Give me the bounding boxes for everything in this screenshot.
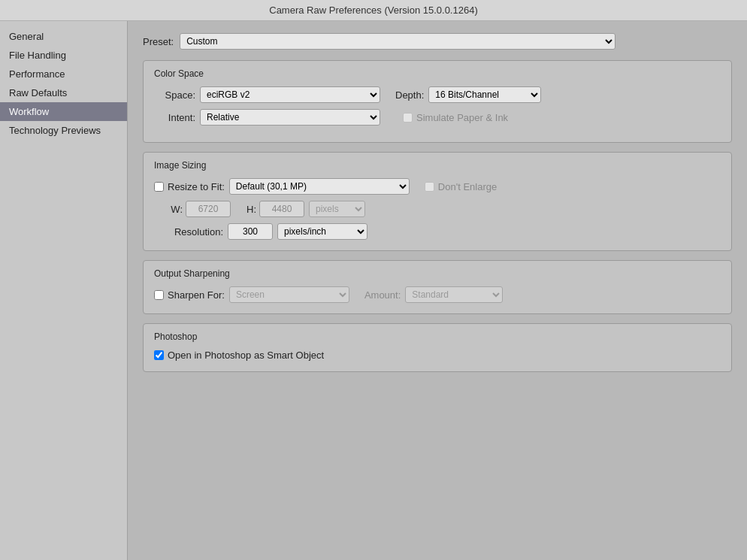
dont-enlarge-text: Don't Enlarge — [438, 181, 497, 192]
color-space-section: Color Space Space: eciRGB v2 Depth: 16 B… — [143, 60, 732, 143]
resize-fit-select[interactable]: Default (30,1 MP) — [229, 178, 410, 195]
space-depth-row: Space: eciRGB v2 Depth: 16 Bits/Channel — [154, 86, 721, 103]
simulate-label[interactable]: Simulate Paper & Ink — [403, 112, 508, 123]
w-label: W: — [165, 204, 183, 215]
image-sizing-section: Image Sizing Resize to Fit: Default (30,… — [143, 152, 732, 251]
h-label: H: — [238, 204, 256, 215]
smart-object-checkbox[interactable] — [154, 350, 164, 360]
simulate-text: Simulate Paper & Ink — [416, 112, 508, 123]
output-sharpening-title: Output Sharpening — [154, 268, 721, 279]
h-input[interactable] — [259, 201, 304, 217]
resolution-row: Resolution: pixels/inch — [154, 223, 721, 240]
amount-label: Amount: — [364, 289, 401, 301]
wh-row: W: H: pixels — [154, 201, 721, 217]
sidebar-item-general[interactable]: General — [0, 27, 127, 46]
w-input[interactable] — [186, 201, 231, 217]
space-label: Space: — [154, 89, 195, 101]
sidebar: General File Handling Performance Raw De… — [0, 21, 128, 560]
sharpen-checkbox[interactable] — [154, 290, 164, 300]
sidebar-item-file-handling[interactable]: File Handling — [0, 46, 127, 65]
sharpen-for-select[interactable]: Screen — [229, 286, 349, 303]
resolution-input[interactable] — [228, 223, 273, 240]
sidebar-item-technology-previews[interactable]: Technology Previews — [0, 121, 127, 140]
resize-label[interactable]: Resize to Fit: — [154, 181, 225, 192]
image-sizing-title: Image Sizing — [154, 160, 721, 171]
preset-row: Preset: Custom — [143, 33, 732, 50]
intent-simulate-row: Intent: Relative Simulate Paper & Ink — [154, 109, 721, 126]
smart-object-text: Open in Photoshop as Smart Object — [168, 350, 324, 361]
photoshop-title: Photoshop — [154, 331, 721, 342]
photoshop-row: Open in Photoshop as Smart Object — [154, 350, 721, 361]
preset-label: Preset: — [143, 36, 174, 47]
sharpen-label[interactable]: Sharpen For: — [154, 289, 225, 301]
output-sharpening-section: Output Sharpening Sharpen For: Screen Am… — [143, 260, 732, 314]
window-title: Camera Raw Preferences (Version 15.0.0.1… — [269, 5, 477, 16]
sidebar-item-workflow[interactable]: Workflow — [0, 102, 127, 121]
intent-label: Intent: — [154, 112, 195, 123]
depth-label: Depth: — [395, 89, 424, 101]
sharpen-row: Sharpen For: Screen Amount: Standard — [154, 286, 721, 303]
resize-checkbox[interactable] — [154, 182, 164, 192]
preset-select[interactable]: Custom — [180, 33, 615, 50]
sharpen-text: Sharpen For: — [168, 289, 225, 301]
color-space-title: Color Space — [154, 68, 721, 79]
depth-select[interactable]: 16 Bits/Channel — [428, 86, 541, 103]
title-bar: Camera Raw Preferences (Version 15.0.0.1… — [0, 0, 747, 21]
simulate-checkbox[interactable] — [403, 113, 413, 123]
space-select[interactable]: eciRGB v2 — [200, 86, 380, 103]
resize-text: Resize to Fit: — [168, 181, 225, 192]
photoshop-section: Photoshop Open in Photoshop as Smart Obj… — [143, 323, 732, 372]
sidebar-item-raw-defaults[interactable]: Raw Defaults — [0, 83, 127, 102]
dont-enlarge-label[interactable]: Don't Enlarge — [425, 181, 497, 192]
resize-row: Resize to Fit: Default (30,1 MP) Don't E… — [154, 178, 721, 195]
sidebar-item-performance[interactable]: Performance — [0, 65, 127, 83]
resolution-unit-select[interactable]: pixels/inch — [277, 223, 367, 240]
amount-select[interactable]: Standard — [405, 286, 503, 303]
dont-enlarge-checkbox[interactable] — [425, 182, 434, 192]
pixels-select[interactable]: pixels — [309, 201, 365, 217]
resolution-label: Resolution: — [165, 226, 223, 238]
intent-select[interactable]: Relative — [200, 109, 380, 126]
content-area: OK Cancel Preset: Custom Color Space Spa… — [128, 21, 747, 560]
smart-object-label[interactable]: Open in Photoshop as Smart Object — [154, 350, 324, 361]
